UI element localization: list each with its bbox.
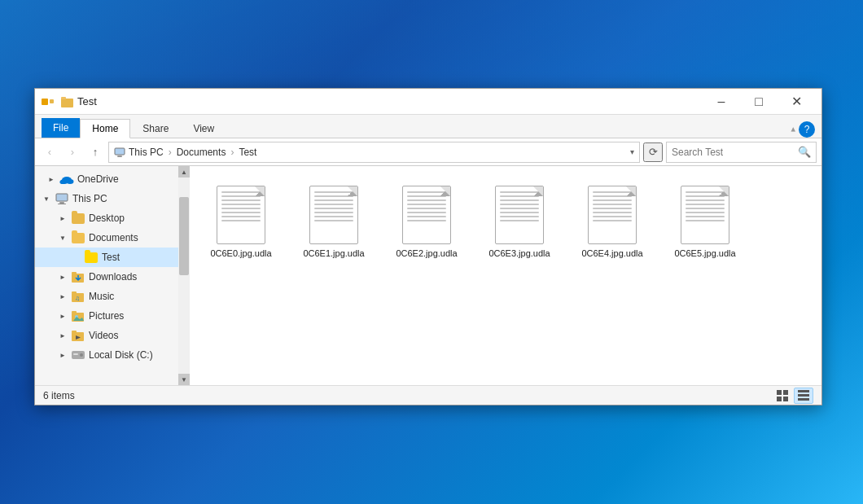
address-box[interactable]: This PC › Documents › Test ▾ bbox=[108, 142, 640, 163]
sidebar-item-localdisk[interactable]: ► Local Disk (C:) bbox=[35, 345, 189, 365]
desktop-expand-icon: ► bbox=[58, 213, 68, 223]
view-buttons bbox=[773, 388, 813, 404]
file-item-3[interactable]: 0C6E3.jpg.udla bbox=[475, 173, 564, 262]
file-item-0[interactable]: 0C6E0.jpg.udla bbox=[196, 173, 286, 262]
svg-rect-26 bbox=[73, 353, 78, 355]
file-item-4[interactable]: 0C6E4.jpg.udla bbox=[567, 173, 657, 262]
file-icon-3 bbox=[490, 186, 549, 244]
videos-label: Videos bbox=[89, 330, 118, 341]
window-controls: – □ ✕ bbox=[703, 89, 815, 115]
title-folder-icon-accent bbox=[50, 99, 54, 103]
documents-expand-icon: ▼ bbox=[58, 233, 68, 243]
onedrive-label: OneDrive bbox=[77, 173, 119, 185]
file-icon-2 bbox=[397, 186, 456, 244]
tab-share[interactable]: Share bbox=[130, 118, 181, 138]
main-area: ► OneDrive ▼ bbox=[35, 166, 821, 385]
close-button[interactable]: ✕ bbox=[778, 89, 815, 115]
title-folder-icon-yellow bbox=[42, 99, 48, 105]
tab-home[interactable]: Home bbox=[80, 119, 130, 138]
pictures-expand-icon: ► bbox=[58, 311, 68, 321]
up-button[interactable]: ↑ bbox=[85, 142, 105, 162]
svg-rect-2 bbox=[61, 97, 66, 99]
scrollbar-up-arrow[interactable]: ▲ bbox=[178, 166, 190, 177]
svg-point-25 bbox=[80, 353, 83, 357]
file-name-0: 0C6E0.jpg.udla bbox=[210, 248, 271, 259]
sidebar-item-desktop[interactable]: ► Desktop bbox=[35, 208, 189, 228]
details-view-icon bbox=[798, 390, 809, 401]
thispc-icon bbox=[55, 192, 69, 205]
search-box[interactable]: 🔍 bbox=[666, 142, 817, 163]
pictures-icon bbox=[72, 310, 85, 322]
documents-label: Documents bbox=[89, 232, 138, 243]
downloads-icon bbox=[72, 271, 85, 283]
pc-icon bbox=[55, 193, 68, 204]
downloads-folder-icon bbox=[71, 270, 85, 283]
maximize-button[interactable]: □ bbox=[740, 89, 778, 115]
file-icon-4 bbox=[583, 186, 642, 244]
downloads-expand-icon: ► bbox=[58, 272, 68, 282]
downloads-label: Downloads bbox=[89, 271, 137, 283]
sidebar-item-onedrive[interactable]: ► OneDrive bbox=[35, 169, 189, 189]
sidebar-item-documents[interactable]: ▼ Documents bbox=[35, 228, 189, 248]
scrollbar-down-arrow[interactable]: ▼ bbox=[178, 374, 190, 385]
sidebar-item-videos[interactable]: ► Videos bbox=[35, 326, 189, 345]
breadcrumb-test[interactable]: Test bbox=[239, 147, 256, 158]
file-explorer-window: Test – □ ✕ File Home Share View ▾ ? ‹ › … bbox=[34, 88, 822, 405]
sidebar-item-downloads[interactable]: ► Downloads bbox=[35, 267, 189, 287]
help-button[interactable]: ? bbox=[799, 121, 815, 138]
refresh-button[interactable]: ⟳ bbox=[643, 142, 663, 162]
tab-file[interactable]: File bbox=[42, 118, 80, 138]
onedrive-expand-icon: ► bbox=[46, 174, 56, 184]
test-folder-icon bbox=[84, 251, 99, 264]
svg-rect-9 bbox=[56, 194, 68, 201]
scrollbar-track[interactable] bbox=[178, 177, 190, 374]
file-item-1[interactable]: 0C6E1.jpg.udla bbox=[289, 173, 379, 262]
generic-file-icon-5 bbox=[681, 186, 729, 244]
thispc-label: This PC bbox=[72, 193, 107, 204]
breadcrumb-documents[interactable]: Documents bbox=[177, 147, 226, 158]
file-icon-1 bbox=[304, 186, 363, 244]
file-item-2[interactable]: 0C6E2.jpg.udla bbox=[382, 173, 471, 262]
svg-rect-28 bbox=[783, 390, 788, 395]
view-details-button[interactable] bbox=[794, 388, 813, 404]
generic-file-icon-4 bbox=[588, 186, 637, 244]
tab-view[interactable]: View bbox=[181, 118, 226, 138]
file-name-2: 0C6E2.jpg.udla bbox=[396, 248, 457, 259]
sidebar-item-music[interactable]: ► ♫ Music bbox=[35, 287, 189, 306]
svg-rect-18 bbox=[72, 311, 77, 313]
search-input[interactable] bbox=[672, 147, 795, 158]
sidebar-item-thispc[interactable]: ▼ This PC bbox=[35, 189, 189, 208]
svg-rect-27 bbox=[777, 390, 782, 395]
minimize-button[interactable]: – bbox=[703, 89, 740, 115]
test-label: Test bbox=[102, 252, 120, 263]
view-grid-button[interactable] bbox=[773, 388, 792, 404]
breadcrumb-thispc[interactable]: This PC bbox=[129, 147, 164, 158]
svg-text:♫: ♫ bbox=[75, 295, 80, 302]
address-dropdown-arrow[interactable]: ▾ bbox=[630, 147, 634, 156]
status-bar: 6 items bbox=[35, 385, 821, 405]
item-count: 6 items bbox=[43, 390, 75, 401]
localdisk-label: Local Disk (C:) bbox=[89, 349, 153, 361]
sidebar-item-pictures[interactable]: ► Pictures bbox=[35, 306, 189, 326]
file-item-5[interactable]: 0C6E5.jpg.udla bbox=[660, 173, 750, 262]
onedrive-icon bbox=[59, 173, 74, 186]
forward-button[interactable]: › bbox=[63, 142, 82, 162]
svg-rect-15 bbox=[72, 291, 77, 294]
back-button[interactable]: ‹ bbox=[40, 142, 59, 162]
file-name-1: 0C6E1.jpg.udla bbox=[303, 248, 364, 259]
search-icon[interactable]: 🔍 bbox=[798, 146, 811, 158]
desktop-folder-icon bbox=[71, 212, 85, 225]
ribbon: File Home Share View ▾ ? bbox=[35, 115, 821, 138]
sidebar-scrollbar: ▲ ▼ bbox=[178, 166, 190, 385]
generic-file-icon-3 bbox=[495, 186, 544, 244]
svg-rect-29 bbox=[777, 397, 782, 401]
localdisk-icon bbox=[71, 348, 85, 362]
scrollbar-thumb[interactable] bbox=[179, 197, 189, 275]
thispc-expand-icon: ▼ bbox=[42, 194, 51, 204]
file-name-5: 0C6E5.jpg.udla bbox=[674, 248, 735, 259]
sidebar-item-test[interactable]: Test bbox=[35, 248, 189, 267]
address-pc-icon bbox=[114, 147, 125, 157]
address-bar: ‹ › ↑ This PC › Documents › Test ▾ ⟳ 🔍 bbox=[35, 138, 821, 166]
ribbon-collapse-icon[interactable]: ▾ bbox=[791, 125, 795, 135]
title-bar-icon bbox=[42, 95, 56, 108]
